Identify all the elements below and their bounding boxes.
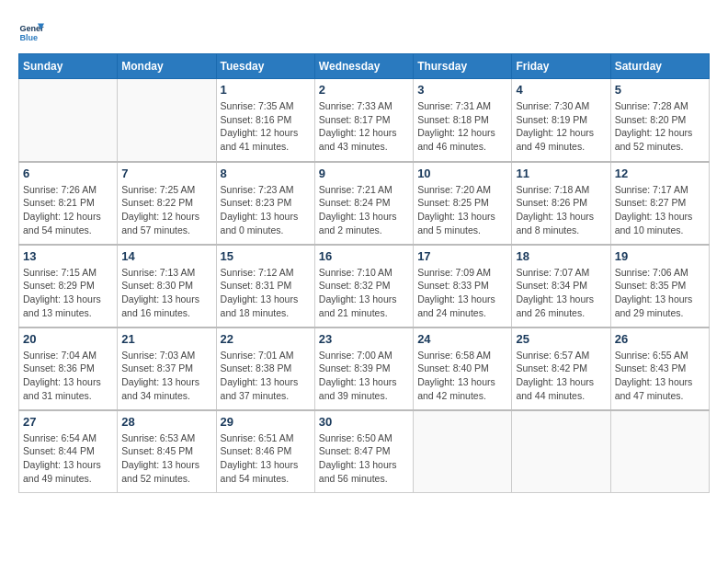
day-number: 28 [121,415,211,429]
cell-w0-d4: 3Sunrise: 7:31 AM Sunset: 8:18 PM Daylig… [414,79,512,162]
cell-w3-d3: 23Sunrise: 7:00 AM Sunset: 8:39 PM Dayli… [314,327,413,410]
cell-w0-d2: 1Sunrise: 7:35 AM Sunset: 8:16 PM Daylig… [216,79,314,162]
cell-info: Sunrise: 7:09 AM Sunset: 8:33 PM Dayligh… [417,266,507,320]
cell-w3-d5: 25Sunrise: 6:57 AM Sunset: 8:42 PM Dayli… [512,327,610,410]
cell-w1-d6: 12Sunrise: 7:17 AM Sunset: 8:27 PM Dayli… [610,162,709,245]
cell-w3-d1: 21Sunrise: 7:03 AM Sunset: 8:37 PM Dayli… [118,327,216,410]
cell-w2-d1: 14Sunrise: 7:13 AM Sunset: 8:30 PM Dayli… [118,245,216,327]
cell-w1-d0: 6Sunrise: 7:26 AM Sunset: 8:21 PM Daylig… [19,162,118,245]
cell-info: Sunrise: 7:17 AM Sunset: 8:27 PM Dayligh… [615,183,705,237]
cell-info: Sunrise: 7:18 AM Sunset: 8:26 PM Dayligh… [516,183,606,237]
cell-w2-d5: 18Sunrise: 7:07 AM Sunset: 8:34 PM Dayli… [512,245,610,327]
cell-w0-d5: 4Sunrise: 7:30 AM Sunset: 8:19 PM Daylig… [512,79,610,162]
cell-info: Sunrise: 7:07 AM Sunset: 8:34 PM Dayligh… [516,266,606,320]
cell-w4-d1: 28Sunrise: 6:53 AM Sunset: 8:45 PM Dayli… [118,410,216,493]
day-number: 11 [516,167,606,180]
cell-w2-d4: 17Sunrise: 7:09 AM Sunset: 8:33 PM Dayli… [414,245,512,327]
day-number: 12 [615,167,705,180]
cell-w1-d3: 9Sunrise: 7:21 AM Sunset: 8:24 PM Daylig… [314,162,413,245]
cell-w0-d0 [19,79,118,162]
cell-info: Sunrise: 6:55 AM Sunset: 8:43 PM Dayligh… [615,349,705,403]
day-number: 22 [221,332,311,346]
cell-info: Sunrise: 7:13 AM Sunset: 8:30 PM Dayligh… [121,266,211,320]
cell-info: Sunrise: 7:26 AM Sunset: 8:21 PM Dayligh… [23,183,113,237]
cell-info: Sunrise: 7:28 AM Sunset: 8:20 PM Dayligh… [615,99,705,154]
day-number: 7 [121,167,211,180]
cell-info: Sunrise: 7:20 AM Sunset: 8:25 PM Dayligh… [417,183,507,237]
day-number: 10 [417,167,507,180]
col-header-saturday: Saturday [610,54,709,79]
cell-w4-d5 [512,410,610,493]
cell-info: Sunrise: 7:01 AM Sunset: 8:38 PM Dayligh… [221,349,311,403]
cell-w3-d2: 22Sunrise: 7:01 AM Sunset: 8:38 PM Dayli… [216,327,314,410]
cell-w4-d0: 27Sunrise: 6:54 AM Sunset: 8:44 PM Dayli… [19,410,118,493]
cell-info: Sunrise: 6:51 AM Sunset: 8:46 PM Dayligh… [221,431,311,486]
day-number: 19 [615,249,705,263]
cell-w3-d0: 20Sunrise: 7:04 AM Sunset: 8:36 PM Dayli… [19,327,118,410]
day-number: 4 [516,83,606,97]
col-header-friday: Friday [512,54,610,79]
cell-w2-d3: 16Sunrise: 7:10 AM Sunset: 8:32 PM Dayli… [314,245,413,327]
cell-info: Sunrise: 6:50 AM Sunset: 8:47 PM Dayligh… [319,431,409,486]
day-number: 30 [319,415,409,429]
cell-w2-d0: 13Sunrise: 7:15 AM Sunset: 8:29 PM Dayli… [19,245,118,327]
cell-info: Sunrise: 7:33 AM Sunset: 8:17 PM Dayligh… [319,99,409,154]
svg-text:Blue: Blue [19,33,38,42]
cell-w4-d4 [414,410,512,493]
day-number: 16 [319,249,409,263]
cell-w4-d6 [610,410,709,493]
day-number: 21 [121,332,211,346]
logo-icon: General Blue [18,18,44,44]
cell-info: Sunrise: 7:21 AM Sunset: 8:24 PM Dayligh… [319,183,409,237]
day-number: 17 [417,249,507,263]
cell-info: Sunrise: 7:35 AM Sunset: 8:16 PM Dayligh… [221,99,311,154]
cell-w4-d2: 29Sunrise: 6:51 AM Sunset: 8:46 PM Dayli… [216,410,314,493]
cell-info: Sunrise: 6:54 AM Sunset: 8:44 PM Dayligh… [23,431,113,486]
day-number: 2 [319,83,409,97]
col-header-sunday: Sunday [19,54,118,79]
day-number: 3 [417,83,507,97]
col-header-thursday: Thursday [414,54,512,79]
cell-info: Sunrise: 7:30 AM Sunset: 8:19 PM Dayligh… [516,99,606,154]
day-number: 18 [516,249,606,263]
cell-w0-d3: 2Sunrise: 7:33 AM Sunset: 8:17 PM Daylig… [314,79,413,162]
cell-w1-d1: 7Sunrise: 7:25 AM Sunset: 8:22 PM Daylig… [118,162,216,245]
cell-w3-d6: 26Sunrise: 6:55 AM Sunset: 8:43 PM Dayli… [610,327,709,410]
cell-w3-d4: 24Sunrise: 6:58 AM Sunset: 8:40 PM Dayli… [414,327,512,410]
day-number: 25 [516,332,606,346]
col-header-wednesday: Wednesday [314,54,413,79]
logo: General Blue [18,18,44,44]
col-header-tuesday: Tuesday [216,54,314,79]
day-number: 8 [221,167,311,180]
cell-info: Sunrise: 7:23 AM Sunset: 8:23 PM Dayligh… [221,183,311,237]
day-number: 15 [221,249,311,263]
day-number: 29 [221,415,311,429]
cell-w4-d3: 30Sunrise: 6:50 AM Sunset: 8:47 PM Dayli… [314,410,413,493]
cell-info: Sunrise: 6:58 AM Sunset: 8:40 PM Dayligh… [417,349,507,403]
cell-w2-d6: 19Sunrise: 7:06 AM Sunset: 8:35 PM Dayli… [610,245,709,327]
day-number: 24 [417,332,507,346]
calendar-table: SundayMondayTuesdayWednesdayThursdayFrid… [18,53,710,493]
cell-info: Sunrise: 7:10 AM Sunset: 8:32 PM Dayligh… [319,266,409,320]
cell-info: Sunrise: 7:06 AM Sunset: 8:35 PM Dayligh… [615,266,705,320]
col-header-monday: Monday [118,54,216,79]
cell-w2-d2: 15Sunrise: 7:12 AM Sunset: 8:31 PM Dayli… [216,245,314,327]
cell-info: Sunrise: 7:00 AM Sunset: 8:39 PM Dayligh… [319,349,409,403]
day-number: 27 [23,415,113,429]
cell-info: Sunrise: 7:03 AM Sunset: 8:37 PM Dayligh… [121,349,211,403]
page-header: General Blue [18,18,710,44]
day-number: 5 [615,83,705,97]
cell-w1-d2: 8Sunrise: 7:23 AM Sunset: 8:23 PM Daylig… [216,162,314,245]
day-number: 13 [23,249,113,263]
day-number: 23 [319,332,409,346]
cell-info: Sunrise: 6:53 AM Sunset: 8:45 PM Dayligh… [121,431,211,486]
cell-info: Sunrise: 6:57 AM Sunset: 8:42 PM Dayligh… [516,349,606,403]
day-number: 26 [615,332,705,346]
cell-w1-d4: 10Sunrise: 7:20 AM Sunset: 8:25 PM Dayli… [414,162,512,245]
cell-info: Sunrise: 7:12 AM Sunset: 8:31 PM Dayligh… [221,266,311,320]
cell-info: Sunrise: 7:04 AM Sunset: 8:36 PM Dayligh… [23,349,113,403]
cell-w1-d5: 11Sunrise: 7:18 AM Sunset: 8:26 PM Dayli… [512,162,610,245]
day-number: 14 [121,249,211,263]
day-number: 9 [319,167,409,180]
day-number: 1 [221,83,311,97]
